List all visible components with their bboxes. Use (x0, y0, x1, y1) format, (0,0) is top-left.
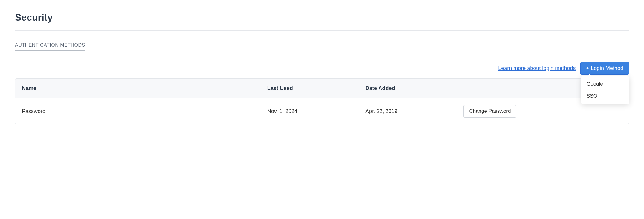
tab-authentication-methods[interactable]: AUTHENTICATION METHODS (15, 42, 85, 51)
col-header-last-used: Last Used (261, 79, 359, 98)
cell-date-added: Apr. 22, 2019 (359, 98, 457, 124)
col-header-name: Name (15, 79, 261, 98)
toolbar: Learn more about login methods + Login M… (15, 62, 629, 75)
dropdown-item-sso[interactable]: SSO (581, 90, 629, 102)
page-title: Security (15, 12, 629, 23)
dropdown-item-google[interactable]: Google (581, 78, 629, 90)
add-login-method-label: + Login Method (586, 65, 623, 72)
col-header-date-added: Date Added (359, 79, 457, 98)
add-login-method-button[interactable]: + Login Method (580, 62, 629, 75)
cell-last-used: Nov. 1, 2024 (261, 98, 359, 124)
section-tabs: AUTHENTICATION METHODS (15, 42, 629, 51)
auth-methods-table-wrap: Name Last Used Date Added Password Nov. … (15, 78, 629, 124)
learn-more-link[interactable]: Learn more about login methods (498, 65, 576, 72)
table-header-row: Name Last Used Date Added (15, 79, 629, 98)
table-row: Password Nov. 1, 2024 Apr. 22, 2019 Chan… (15, 98, 629, 124)
login-method-dropdown: Google SSO (581, 76, 629, 104)
cell-name: Password (15, 98, 261, 124)
change-password-button[interactable]: Change Password (463, 105, 516, 118)
auth-methods-table: Name Last Used Date Added Password Nov. … (15, 78, 629, 124)
divider (15, 30, 629, 31)
